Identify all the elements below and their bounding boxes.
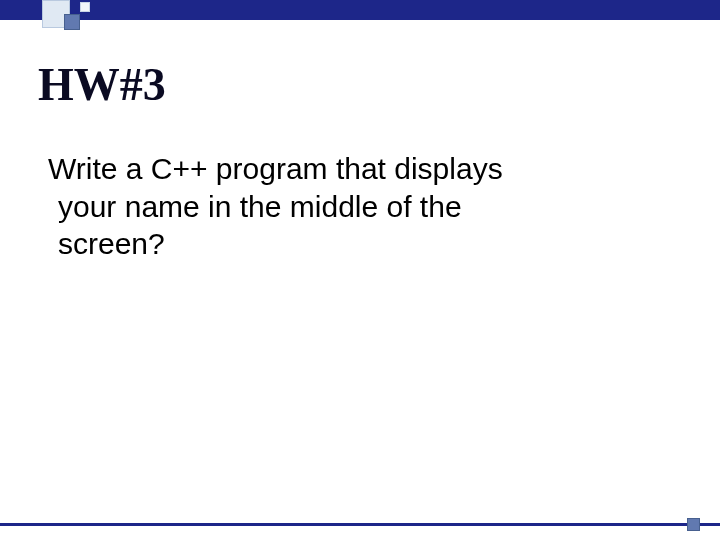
bottom-accent-line <box>0 523 720 526</box>
top-accent-bar <box>0 0 720 20</box>
square-icon <box>64 14 80 30</box>
square-icon <box>687 518 700 531</box>
square-icon <box>80 2 90 12</box>
slide-body: Write a C++ program that displays your n… <box>48 150 650 263</box>
body-line: screen? <box>48 225 650 263</box>
corner-decoration <box>42 0 98 40</box>
slide-title: HW#3 <box>38 58 166 111</box>
body-line: your name in the middle of the <box>48 188 650 226</box>
body-line: Write a C++ program that displays <box>48 152 503 185</box>
